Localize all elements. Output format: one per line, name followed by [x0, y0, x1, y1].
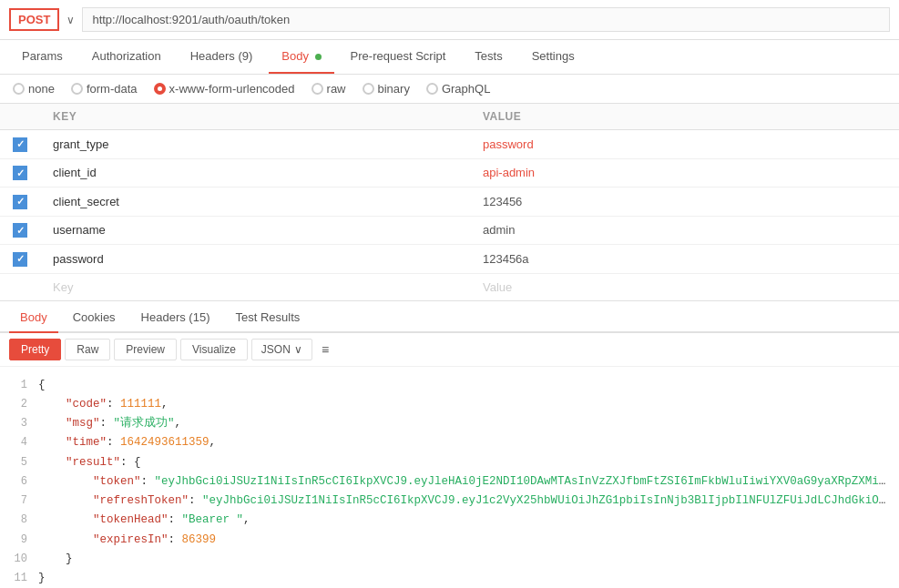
radio-binary[interactable]: binary — [363, 82, 410, 96]
row-checkbox-cell[interactable] — [0, 158, 40, 188]
body-type-bar: none form-data x-www-form-urlencoded raw… — [0, 75, 899, 104]
request-tabs: Params Authorization Headers (9) Body Pr… — [0, 40, 899, 75]
tab-pre-request[interactable]: Pre-request Script — [338, 40, 459, 74]
row-key[interactable]: client_id — [40, 158, 470, 188]
resp-tab-cookies[interactable]: Cookies — [62, 303, 127, 333]
fmt-preview[interactable]: Preview — [114, 339, 177, 360]
row-value[interactable]: 123456a — [470, 245, 899, 274]
row-key[interactable]: password — [40, 245, 470, 274]
tab-params[interactable]: Params — [9, 40, 76, 74]
fmt-raw[interactable]: Raw — [65, 339, 110, 360]
json-content: "code": 111111, — [38, 395, 890, 414]
json-line: 5 "result": { — [0, 453, 899, 472]
line-number: 4 — [9, 433, 38, 452]
json-content: "msg": "请求成功", — [38, 414, 890, 433]
format-bar: Pretty Raw Preview Visualize JSON ∨ ≡ — [0, 333, 899, 367]
chevron-down-icon: ∨ — [294, 343, 302, 356]
json-line: 9 "expiresIn": 86399 — [0, 531, 899, 550]
json-content: "refreshToken": "eyJhbGci0iJSUzI1NiIsInR… — [38, 492, 890, 511]
response-tabs: Body Cookies Headers (15) Test Results — [0, 303, 899, 333]
radio-graphql[interactable]: GraphQL — [426, 82, 490, 96]
json-content: "token": "eyJhbGci0iJSUzI1NiIsInR5cCI6Ik… — [38, 472, 890, 492]
row-checkbox-cell[interactable] — [0, 188, 40, 217]
line-number: 9 — [9, 531, 38, 550]
line-number: 1 — [9, 376, 38, 395]
json-content: { — [38, 376, 890, 395]
resp-tab-test-results[interactable]: Test Results — [224, 303, 311, 333]
resp-tab-body[interactable]: Body — [9, 303, 58, 333]
method-dropdown-icon[interactable]: ∨ — [66, 14, 75, 26]
line-number: 2 — [9, 395, 38, 414]
col-checkbox — [0, 104, 40, 130]
radio-form-data[interactable]: form-data — [71, 82, 138, 96]
radio-urlencoded[interactable]: x-www-form-urlencoded — [154, 82, 295, 96]
resp-tab-headers[interactable]: Headers (15) — [130, 303, 221, 333]
radio-raw[interactable]: raw — [312, 82, 346, 96]
json-content: } — [38, 550, 890, 569]
format-type-dropdown[interactable]: JSON ∨ — [251, 339, 312, 360]
row-checkbox-cell[interactable] — [0, 245, 40, 274]
line-number: 6 — [9, 472, 38, 492]
kv-table: KEY VALUE grant_type password client_id … — [0, 104, 899, 301]
tab-settings[interactable]: Settings — [519, 40, 587, 74]
json-line: 1{ — [0, 376, 899, 395]
checkbox[interactable] — [13, 195, 27, 209]
radio-form-data-circle — [71, 83, 83, 95]
filter-icon[interactable]: ≡ — [316, 340, 334, 359]
json-line: 8 "tokenHead": "Bearer ", — [0, 511, 899, 530]
col-value-header: VALUE — [470, 104, 899, 130]
col-key-header: KEY — [40, 104, 470, 130]
table-row: password 123456a — [0, 245, 899, 274]
json-content: "result": { — [38, 453, 890, 472]
json-viewer: 1{2 "code": 111111,3 "msg": "请求成功",4 "ti… — [0, 367, 899, 589]
row-checkbox-cell[interactable] — [0, 130, 40, 159]
radio-graphql-circle — [426, 83, 438, 95]
table-row: grant_type password — [0, 130, 899, 159]
row-value[interactable]: 123456 — [470, 188, 899, 217]
line-number: 8 — [9, 511, 38, 530]
tab-body[interactable]: Body — [269, 40, 333, 74]
radio-urlencoded-circle — [154, 83, 166, 95]
checkbox[interactable] — [13, 252, 27, 267]
row-key[interactable]: client_secret — [40, 188, 470, 217]
json-content: } — [38, 569, 890, 588]
tab-tests[interactable]: Tests — [462, 40, 515, 74]
row-value[interactable]: password — [470, 130, 899, 159]
json-content: "tokenHead": "Bearer ", — [38, 511, 890, 530]
table-row: client_id api-admin — [0, 158, 899, 188]
checkbox[interactable] — [13, 223, 27, 238]
json-content: "time": 1642493611359, — [38, 433, 890, 452]
json-line: 7 "refreshToken": "eyJhbGci0iJSUzI1NiIsI… — [0, 492, 899, 511]
json-content: "expiresIn": 86399 — [38, 531, 890, 550]
line-number: 11 — [9, 569, 38, 588]
table-row-empty: Key Value — [0, 273, 899, 300]
row-key[interactable]: username — [40, 216, 470, 245]
row-value[interactable]: admin — [470, 216, 899, 245]
row-checkbox-cell[interactable] — [0, 216, 40, 245]
json-line: 4 "time": 1642493611359, — [0, 433, 899, 452]
body-dot-indicator — [315, 54, 322, 60]
radio-raw-circle — [312, 83, 323, 95]
json-line: 10 } — [0, 550, 899, 569]
json-line: 6 "token": "eyJhbGci0iJSUzI1NiIsInR5cCI6… — [0, 472, 899, 492]
method-badge[interactable]: POST — [9, 8, 59, 31]
row-key[interactable]: grant_type — [40, 130, 470, 159]
radio-none[interactable]: none — [13, 82, 55, 96]
json-line: 2 "code": 111111, — [0, 395, 899, 414]
radio-none-circle — [13, 83, 25, 95]
fmt-pretty[interactable]: Pretty — [9, 339, 61, 360]
checkbox[interactable] — [13, 166, 27, 180]
line-number: 3 — [9, 414, 38, 433]
checkbox[interactable] — [13, 137, 27, 152]
json-line: 3 "msg": "请求成功", — [0, 414, 899, 433]
table-row: client_secret 123456 — [0, 188, 899, 217]
top-bar: POST ∨ — [0, 0, 899, 40]
fmt-visualize[interactable]: Visualize — [180, 339, 248, 360]
line-number: 10 — [9, 550, 38, 569]
tab-headers[interactable]: Headers (9) — [178, 40, 266, 74]
row-value[interactable]: api-admin — [470, 158, 899, 188]
url-input[interactable] — [82, 7, 890, 32]
table-row: username admin — [0, 216, 899, 245]
radio-binary-circle — [363, 83, 374, 95]
tab-authorization[interactable]: Authorization — [79, 40, 174, 74]
